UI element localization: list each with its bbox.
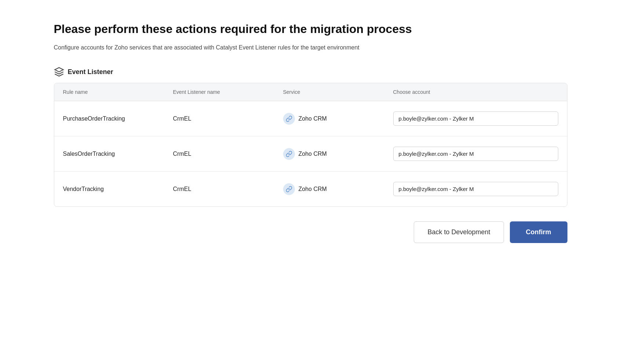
- crm-icon-wrapper: [283, 113, 295, 125]
- col-rule-name: Rule name: [63, 89, 173, 95]
- page-subtitle: Configure accounts for Zoho services tha…: [54, 43, 567, 52]
- account-select-wrapper[interactable]: p.boyle@zylker.com - Zylker M: [393, 111, 558, 126]
- listener-name-cell: CrmEL: [173, 151, 283, 157]
- confirm-button[interactable]: Confirm: [510, 221, 567, 243]
- back-to-development-button[interactable]: Back to Development: [414, 221, 504, 243]
- service-name: Zoho CRM: [299, 151, 327, 157]
- rule-name-cell: SalesOrderTracking: [63, 151, 173, 157]
- table-row: SalesOrderTracking CrmEL Zoho CRM p.boyl…: [54, 136, 567, 172]
- listener-name-cell: CrmEL: [173, 186, 283, 192]
- crm-icon-wrapper: [283, 148, 295, 160]
- rule-name-cell: PurchaseOrderTracking: [63, 115, 173, 122]
- table-row: VendorTracking CrmEL Zoho CRM p.boyle@zy…: [54, 172, 567, 206]
- crm-icon: [286, 115, 292, 122]
- crm-icon: [286, 151, 292, 157]
- table-header: Rule name Event Listener name Service Ch…: [54, 83, 567, 101]
- account-select-row2[interactable]: p.boyle@zylker.com - Zylker M: [393, 147, 558, 161]
- service-cell: Zoho CRM: [283, 183, 393, 195]
- svg-marker-0: [55, 68, 63, 72]
- service-cell: Zoho CRM: [283, 148, 393, 160]
- account-cell: p.boyle@zylker.com - Zylker M: [393, 147, 558, 161]
- listener-name-cell: CrmEL: [173, 115, 283, 122]
- rule-name-cell: VendorTracking: [63, 186, 173, 192]
- footer-actions: Back to Development Confirm: [54, 221, 567, 243]
- page-title: Please perform these actions required fo…: [54, 22, 567, 36]
- service-cell: Zoho CRM: [283, 113, 393, 125]
- service-name: Zoho CRM: [299, 186, 327, 192]
- layers-icon: [54, 67, 64, 77]
- crm-icon: [286, 186, 292, 192]
- account-select-wrapper[interactable]: p.boyle@zylker.com - Zylker M: [393, 182, 558, 196]
- account-cell: p.boyle@zylker.com - Zylker M: [393, 182, 558, 196]
- table-row: PurchaseOrderTracking CrmEL Zoho CRM p.b…: [54, 101, 567, 136]
- col-account: Choose account: [393, 89, 558, 95]
- account-select-row3[interactable]: p.boyle@zylker.com - Zylker M: [393, 182, 558, 196]
- service-name: Zoho CRM: [299, 115, 327, 122]
- section-title: Event Listener: [68, 68, 113, 76]
- account-select-row1[interactable]: p.boyle@zylker.com - Zylker M: [393, 111, 558, 126]
- account-select-wrapper[interactable]: p.boyle@zylker.com - Zylker M: [393, 147, 558, 161]
- section-header: Event Listener: [54, 67, 567, 77]
- col-listener-name: Event Listener name: [173, 89, 283, 95]
- account-cell: p.boyle@zylker.com - Zylker M: [393, 111, 558, 126]
- page-container: Please perform these actions required fo…: [54, 22, 567, 243]
- col-service: Service: [283, 89, 393, 95]
- crm-icon-wrapper: [283, 183, 295, 195]
- event-listener-table: Rule name Event Listener name Service Ch…: [54, 83, 567, 207]
